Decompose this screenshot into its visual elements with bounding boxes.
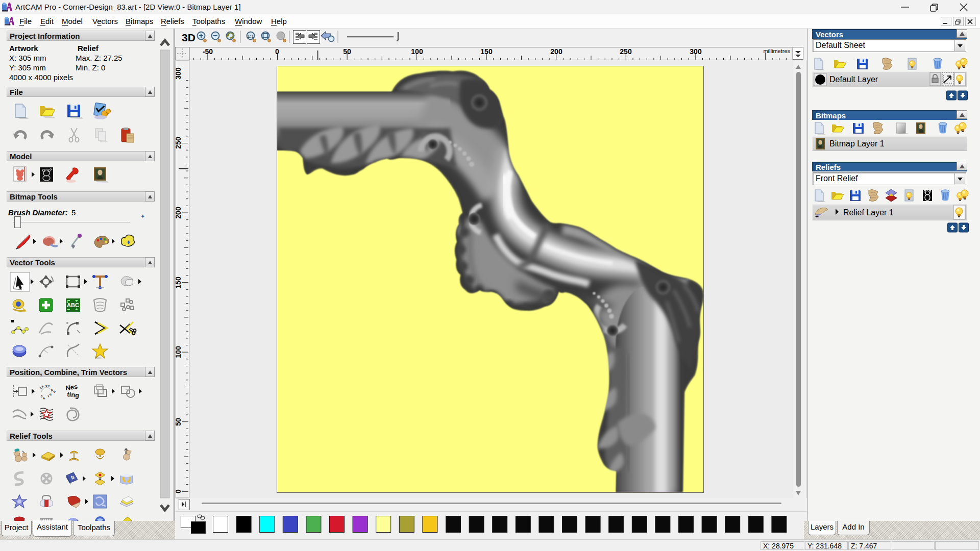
- svg-text:250: 250: [175, 137, 182, 149]
- svg-text:300: 300: [175, 67, 182, 80]
- svg-text:150: 150: [480, 47, 493, 56]
- svg-text:0: 0: [175, 489, 182, 493]
- svg-text:ABC: ABC: [67, 302, 79, 308]
- svg-text:+: +: [815, 213, 819, 220]
- svg-text:1:1: 1:1: [248, 34, 254, 39]
- svg-text:t e: t e: [39, 384, 44, 390]
- svg-text:50: 50: [175, 418, 182, 426]
- svg-text:c u: c u: [40, 394, 46, 400]
- svg-text:50: 50: [343, 47, 351, 56]
- svg-text:200: 200: [550, 47, 562, 56]
- svg-text:3D: 3D: [182, 32, 195, 43]
- svg-text:ting: ting: [67, 390, 80, 399]
- svg-text:-50: -50: [203, 47, 213, 56]
- svg-text:150: 150: [175, 277, 182, 289]
- svg-text:100: 100: [411, 47, 423, 56]
- svg-text:300: 300: [690, 47, 702, 56]
- svg-text:200: 200: [175, 207, 182, 219]
- svg-text:0: 0: [275, 47, 279, 56]
- svg-text:250: 250: [620, 47, 632, 56]
- svg-text:r v: r v: [47, 392, 53, 398]
- svg-text:100: 100: [175, 346, 182, 358]
- svg-text:millimetres: millimetres: [763, 48, 790, 54]
